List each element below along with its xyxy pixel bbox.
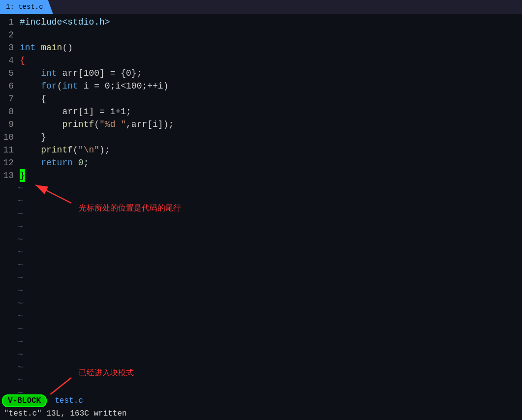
tilde-line: ~ — [0, 182, 522, 195]
code-line-9: 9 printf("%d ",arr[i]); — [0, 118, 522, 131]
code-line-10: 10 } — [0, 131, 522, 144]
code-line-4: 4 { — [0, 54, 522, 67]
tilde-line: ~ — [0, 259, 522, 271]
code-line-3: 3 int main() — [0, 41, 522, 54]
annotation-text-1: 光标所处的位置是代码的尾行 — [79, 203, 181, 213]
code-line-8: 8 arr[i] = i+1; — [0, 105, 522, 118]
code-line-7: 7 { — [0, 92, 522, 105]
code-line-11: 11 printf("\n"); — [0, 144, 522, 156]
code-line-2: 2 — [0, 29, 522, 41]
tilde-line: ~ — [0, 387, 522, 394]
tilde-line: ~ — [0, 335, 522, 348]
tilde-line: ~ — [0, 233, 522, 246]
tilde-line: ~ — [0, 297, 522, 310]
tilde-line: ~ — [0, 284, 522, 297]
mode-badge: V-BLOCK — [2, 394, 47, 407]
status-info-line: "test.c" 13L, 163C written — [0, 407, 522, 420]
tilde-line: ~ — [0, 246, 522, 259]
tab-bar: 1: test.c — [0, 0, 522, 14]
annotation-text-2: 已经进入块模式 — [79, 368, 134, 378]
code-area[interactable]: 1 #include<stdio.h> 2 3 int main() 4 { 5… — [0, 14, 522, 394]
editor-container: 1: test.c 1 #include<stdio.h> 2 3 int ma… — [0, 0, 522, 420]
status-bar: V-BLOCK test.c "test.c" 13L, 163C writte… — [0, 394, 522, 420]
active-tab[interactable]: 1: test.c — [0, 0, 53, 14]
tilde-line: ~ — [0, 220, 522, 233]
mode-status-line: V-BLOCK test.c — [0, 394, 522, 407]
code-line-1: 1 #include<stdio.h> — [0, 16, 522, 29]
code-line-13: 13 } — [0, 169, 522, 182]
status-filename: test.c — [55, 396, 83, 405]
tilde-line: ~ — [0, 348, 522, 361]
cursor: } — [20, 169, 25, 182]
status-info: "test.c" 13L, 163C written — [2, 409, 129, 418]
tilde-line: ~ — [0, 271, 522, 284]
tilde-line: ~ — [0, 310, 522, 323]
tilde-line: ~ — [0, 323, 522, 335]
code-line-12: 12 return 0; — [0, 156, 522, 169]
code-line-5: 5 int arr[100] = {0}; — [0, 67, 522, 80]
code-line-6: 6 for(int i = 0;i<100;++i) — [0, 80, 522, 92]
